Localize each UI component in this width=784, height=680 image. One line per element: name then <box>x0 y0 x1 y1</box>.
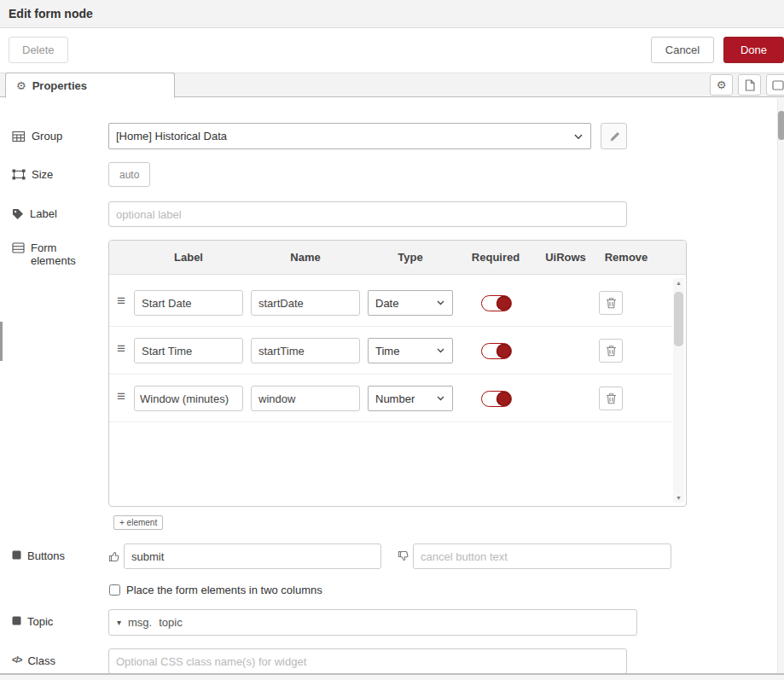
trash-icon <box>606 297 617 309</box>
dialog-scrollbar-thumb[interactable] <box>778 111 784 140</box>
add-element-button[interactable]: + element <box>113 515 163 530</box>
form-element-row: ≡ Number <box>109 375 672 422</box>
form-elements-header: Label Name Type Required UiRows Remove <box>109 241 686 275</box>
trash-icon <box>606 392 617 404</box>
tab-properties-label: Properties <box>32 79 87 92</box>
square-icon <box>12 616 21 625</box>
file-icon <box>745 79 755 91</box>
object-group-icon <box>12 169 26 180</box>
list-icon <box>12 242 25 253</box>
group-select-value: [Home] Historical Data <box>116 130 227 142</box>
column-header-uirows: UiRows <box>536 241 595 275</box>
group-select[interactable]: [Home] Historical Data <box>108 123 591 149</box>
topic-label-text: Topic <box>27 615 53 628</box>
tab-properties[interactable]: ⚙ Properties <box>5 73 175 98</box>
class-label-text: Class <box>27 654 55 667</box>
size-label-text: Size <box>32 168 53 181</box>
group-label-text: Group <box>32 130 62 142</box>
submit-button-text-input[interactable] <box>124 543 381 569</box>
two-columns-label: Place the form elements in two columns <box>126 584 322 596</box>
square-icon <box>12 550 21 560</box>
form-elements-table: Label Name Type Required UiRows Remove ≡… <box>108 240 687 507</box>
label-input[interactable] <box>108 201 627 227</box>
form-elements-label-text: Form elements <box>31 241 76 267</box>
trash-icon <box>606 345 617 357</box>
required-toggle[interactable] <box>481 343 512 359</box>
node-settings-button[interactable]: ⚙ <box>710 74 733 96</box>
toggle-knob <box>497 296 511 311</box>
layout-button[interactable] <box>766 74 784 96</box>
element-type-select[interactable]: Date <box>368 290 453 316</box>
chevron-down-icon <box>574 134 583 140</box>
element-label-input[interactable] <box>134 338 243 363</box>
class-input[interactable] <box>108 648 627 674</box>
label-field-label: Label <box>12 207 57 220</box>
toggle-knob <box>497 392 511 406</box>
scroll-up-icon[interactable]: ▲ <box>673 280 684 286</box>
class-field-label: </> Class <box>12 654 55 667</box>
chevron-down-icon <box>437 300 444 305</box>
pencil-icon <box>608 131 620 142</box>
size-auto-button[interactable]: auto <box>108 162 150 187</box>
dialog-title: Edit form node <box>0 0 784 28</box>
element-type-value: Date <box>375 297 398 310</box>
element-type-value: Number <box>375 392 415 405</box>
thumbs-down-icon <box>398 550 409 562</box>
element-label-input[interactable] <box>134 290 243 316</box>
layout-icon <box>772 80 784 90</box>
caret-down-icon[interactable]: ▾ <box>117 618 121 627</box>
gear-icon: ⚙ <box>717 78 727 91</box>
remove-element-button[interactable] <box>599 339 623 363</box>
element-name-input[interactable] <box>251 338 360 363</box>
dialog-bottom-strip <box>0 675 784 680</box>
topic-input[interactable] <box>159 616 636 629</box>
required-toggle[interactable] <box>481 391 512 407</box>
column-header-label: Label <box>134 241 243 275</box>
element-label-input[interactable] <box>134 386 243 411</box>
table-scrollbar[interactable]: ▲ ▼ <box>673 278 684 503</box>
form-elements-field-label: Form elements <box>12 241 73 267</box>
remove-element-button[interactable] <box>599 386 623 410</box>
drag-handle-icon[interactable]: ≡ <box>117 389 125 404</box>
scroll-down-icon[interactable]: ▼ <box>673 495 684 501</box>
tag-icon <box>12 208 24 220</box>
cancel-button[interactable]: Cancel <box>651 37 714 63</box>
element-name-input[interactable] <box>251 290 360 316</box>
drag-handle-icon[interactable]: ≡ <box>117 294 125 308</box>
element-type-select[interactable]: Time <box>368 338 453 363</box>
docs-button[interactable] <box>738 74 761 96</box>
element-type-select[interactable]: Number <box>368 386 453 411</box>
properties-panel: Group [Home] Historical Data Size auto <box>0 98 784 673</box>
group-field-label: Group <box>12 130 62 142</box>
chevron-down-icon <box>437 348 444 353</box>
edit-group-button[interactable] <box>601 123 627 149</box>
done-button[interactable]: Done <box>723 37 784 63</box>
topic-field-label: Topic <box>12 615 53 628</box>
edit-form-node-dialog: Edit form node Delete Cancel Done ⚙ Prop… <box>0 0 784 680</box>
element-type-value: Time <box>375 345 399 357</box>
form-element-row: ≡ Time <box>109 327 672 375</box>
topic-typed-input[interactable]: ▾ msg. <box>108 609 637 636</box>
table-scrollbar-thumb[interactable] <box>674 292 683 346</box>
column-header-type: Type <box>368 241 453 275</box>
gear-icon: ⚙ <box>16 79 26 92</box>
column-header-remove: Remove <box>596 241 656 275</box>
code-icon: </> <box>12 655 21 665</box>
thumbs-up-icon <box>108 550 120 562</box>
two-columns-checkbox[interactable] <box>109 584 120 596</box>
dialog-scrollbar[interactable] <box>777 98 784 673</box>
left-edge-fragment <box>0 322 3 361</box>
size-field-label: Size <box>12 168 53 181</box>
drag-handle-icon[interactable]: ≡ <box>117 341 125 356</box>
delete-button[interactable]: Delete <box>9 37 68 63</box>
msg-prefix-label[interactable]: msg. <box>128 616 152 629</box>
cancel-button-text-input[interactable] <box>413 543 671 569</box>
buttons-field-label: Buttons <box>12 549 65 562</box>
element-name-input[interactable] <box>251 386 360 411</box>
dialog-toolbar: Delete Cancel Done <box>0 29 784 72</box>
required-toggle[interactable] <box>481 295 512 311</box>
dialog-header: Edit form node <box>0 0 784 28</box>
remove-element-button[interactable] <box>599 291 623 315</box>
column-header-required: Required <box>462 241 530 275</box>
buttons-label-text: Buttons <box>27 549 65 562</box>
